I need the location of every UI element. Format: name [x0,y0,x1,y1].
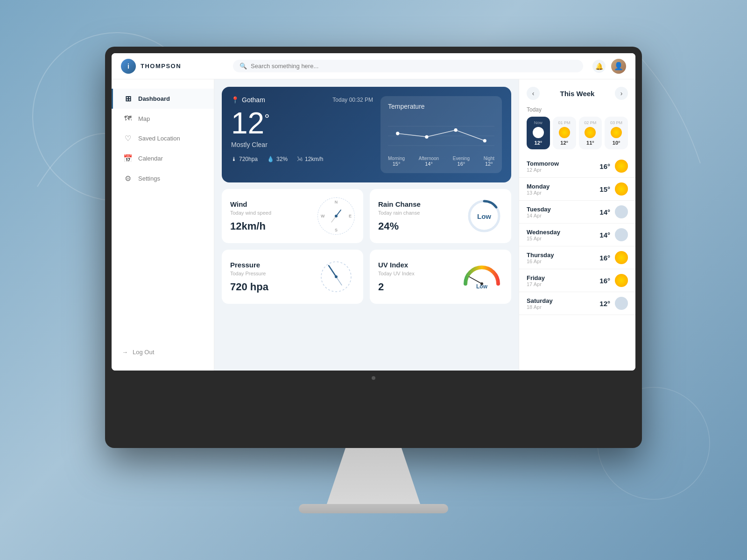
day-name: Wednesday [527,229,599,236]
wind-value: 12km/h [230,220,271,232]
humidity-icon: 💧 [267,156,274,162]
logout-button[interactable]: → Log Out [112,343,214,361]
sidebar-item-label: Settings [138,175,160,182]
hourly-row: Now ☽ 12° 01 PM 12 [527,117,628,149]
wind-card: Wind Today wind speed 12km/h N S E W [222,189,363,243]
sidebar-item-label: Dashboard [138,95,170,102]
svg-point-8 [483,139,486,142]
compass-north: N [335,200,338,204]
weather-description: Mostly Clear [231,141,373,148]
day-date: 17 Apr [527,281,599,287]
day-temp: 14° [599,208,610,216]
compass-south: S [335,228,338,232]
week-header: ‹ This Week › [519,79,635,104]
svg-point-5 [396,132,399,135]
day-name: Tommorow [527,160,599,167]
today-label: Today [527,106,628,113]
hour-weather-icon [611,127,622,138]
day-weather-icon [615,205,628,218]
svg-line-18 [469,277,482,284]
day-temp: 15° [599,185,610,193]
weather-temperature: 12° [231,108,373,138]
day-date: 13 Apr [527,190,599,196]
week-next-button[interactable]: › [615,87,628,100]
day-row-monday: Monday 13 Apr 15° [519,178,635,201]
monitor-camera-dot [372,376,375,380]
day-weather-icon [615,274,628,287]
hour-time: Now [534,120,543,125]
temperature-chart-card: Temperature [381,96,502,173]
uv-gauge-widget: Low [461,263,503,291]
svg-point-17 [335,275,338,278]
day-row-thursday: Thursday 16 Apr 16° [519,246,635,269]
weather-datetime: Today 00:32 PM [332,97,373,103]
pressure-stat: 🌡 720hpa [231,156,258,162]
day-temp: 14° [599,231,610,239]
weather-main-card: 📍 Gotham Today 00:32 PM 12° Mostly Clear [222,87,511,182]
logout-label: Log Out [133,349,154,356]
day-weather-icon [615,251,628,264]
day-weather-icon [615,228,628,241]
search-icon: 🔍 [240,63,247,70]
hour-temp: 10° [613,140,620,146]
pressure-gauge-widget [317,258,355,295]
day-name: Thursday [527,252,599,259]
sidebar-item-label: Calendar [138,155,163,162]
rain-level-label: Low [477,212,491,220]
day-row-tomorrow: Tommorow 12 Apr 16° [519,155,635,178]
wind-stat: 🌬 12km/h [297,156,323,162]
main-content: 📍 Gotham Today 00:32 PM 12° Mostly Clear [214,79,519,371]
avatar[interactable]: 👤 [611,59,626,74]
svg-point-11 [335,215,338,217]
weather-stats: 🌡 720hpa 💧 32% 🌬 12km [231,156,373,162]
hour-weather-icon: ☽ [533,127,544,138]
hour-weather-icon [585,127,596,138]
sidebar-item-calendar[interactable]: 📅 Calendar [112,148,214,168]
hour-temp: 11° [586,140,594,146]
dashboard-icon: ⊞ [123,94,133,103]
sidebar-item-settings[interactable]: ⚙ Settings [112,168,214,189]
week-prev-button[interactable]: ‹ [527,87,540,100]
sidebar-item-saved[interactable]: ♡ Saved Location [112,128,214,148]
day-row-wednesday: Wednesday 15 Apr 14° [519,224,635,246]
wind-icon: 🌬 [297,156,303,162]
hour-weather-icon [559,127,570,138]
weather-info-left: 📍 Gotham Today 00:32 PM 12° Mostly Clear [231,96,373,173]
day-row-saturday: Saturday 18 Apr 12° [519,292,635,315]
brand-name: THOMPSON [141,63,181,70]
day-name: Tuesday [527,206,599,213]
logout-icon: → [122,349,128,356]
day-date: 15 Apr [527,236,599,241]
hour-temp: 12° [560,140,568,146]
svg-line-16 [336,277,342,285]
sidebar-item-dashboard[interactable]: ⊞ Dashboard [112,89,214,109]
uv-level-label: Low [476,283,487,290]
pressure-title: Pressure [230,261,268,269]
day-weather-icon [615,297,628,310]
weather-location: 📍 Gotham Today 00:32 PM [231,96,373,104]
svg-line-15 [329,266,336,277]
map-icon: 🗺 [123,114,133,123]
rain-value: 24% [378,220,421,232]
hour-time: 01 PM [558,120,571,125]
chart-night: Night12° [484,156,494,167]
compass-east: E [349,214,352,218]
hour-card-1pm: 01 PM 12° [553,117,576,149]
notification-bell-icon[interactable]: 🔔 [592,60,606,73]
compass-west: W [321,214,325,218]
search-area[interactable]: 🔍 [233,60,583,72]
rain-circle-widget: Low [465,197,503,235]
chart-title: Temperature [388,103,494,110]
pressure-value: 720 hpa [230,281,268,293]
wind-title: Wind [230,200,271,208]
hour-card-3pm: 03 PM 10° [605,117,628,149]
logo-icon: i [121,59,136,74]
sidebar-item-map[interactable]: 🗺 Map [112,109,214,128]
pressure-icon: 🌡 [231,156,237,162]
compass-widget: N S E W [317,197,355,235]
chart-evening: Evening16° [453,156,470,167]
info-cards-grid: Wind Today wind speed 12km/h N S E W [222,189,511,304]
day-temp: 16° [599,162,610,170]
day-temp: 16° [599,277,610,285]
search-input[interactable] [251,63,577,70]
